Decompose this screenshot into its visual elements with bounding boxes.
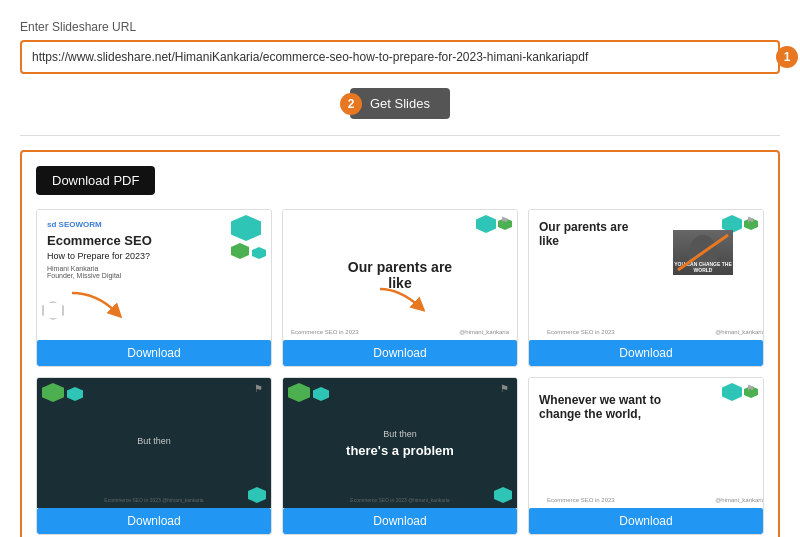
- hex-bottom-left: [42, 301, 64, 320]
- slide-card-3: Our parents arelike ⚑ YOU CAN CHA: [528, 209, 764, 367]
- flag-icon-4: ⚑: [254, 383, 263, 394]
- slide-6-footer-right: @himani_kankaria: [715, 497, 763, 503]
- slide-4-hex-br: [248, 487, 266, 503]
- slide-3-footer-left: Ecommerce SEO in 2023: [547, 329, 615, 335]
- arrow-1: [67, 288, 127, 318]
- slide-thumbnail-3: Our parents arelike ⚑ YOU CAN CHA: [529, 210, 763, 340]
- slide-4-text-group: But then: [137, 436, 171, 450]
- slide-2-footer-right: @himani_kankaria: [459, 329, 509, 335]
- slide-2-footer: Ecommerce SEO in 2023 @himani_kankaria: [283, 329, 517, 335]
- slide-thumbnail-2: Our parents arelike ⚑ Ecommerce SEO in 2…: [283, 210, 517, 340]
- slide-2-footer-left: Ecommerce SEO in 2023: [291, 329, 359, 335]
- download-button-1[interactable]: Download: [37, 340, 271, 366]
- url-section: Enter Slideshare URL 1: [20, 20, 780, 74]
- slide-4-content: ⚑ But then Ecommerce SEO in 2023 @himani…: [37, 378, 271, 508]
- url-input-wrapper: [20, 40, 780, 74]
- slides-section: Download PDF sd SEOWORM Ecommerce SEO Ho…: [20, 150, 780, 537]
- download-button-2[interactable]: Download: [283, 340, 517, 366]
- slide-5-big-text: there's a problem: [346, 443, 454, 458]
- slide-2-content: Our parents arelike ⚑ Ecommerce SEO in 2…: [283, 210, 517, 340]
- url-input[interactable]: [20, 40, 780, 74]
- pencil-icon: [673, 230, 733, 275]
- badge-1: 1: [776, 46, 798, 68]
- slide-5-footer: Ecommerce SEO in 2023 @himani_kankaria: [288, 497, 512, 503]
- divider: [20, 135, 780, 136]
- hex-large-1: [231, 215, 261, 241]
- url-label: Enter Slideshare URL: [20, 20, 780, 34]
- slide-5-content: ⚑ But then there's a problem Ecommerce S…: [283, 378, 517, 508]
- slide-3-footer-right: @himani_kankaria: [715, 329, 763, 335]
- slide-4-small-text: But then: [137, 436, 171, 446]
- hex-group-1: [231, 215, 266, 259]
- slide-1-logo: sd SEOWORM: [47, 220, 261, 229]
- page-wrapper: Enter Slideshare URL 1 2 Get Slides Down…: [0, 0, 800, 537]
- download-button-6[interactable]: Download: [529, 508, 763, 534]
- flag-icon-3: ⚑: [746, 215, 755, 226]
- slide-5-hex-tl: [288, 383, 329, 402]
- download-button-4[interactable]: Download: [37, 508, 271, 534]
- slide-4-footer: Ecommerce SEO in 2023 @himani_kankaria: [42, 497, 266, 503]
- slide-card-2: Our parents arelike ⚑ Ecommerce SEO in 2…: [282, 209, 518, 367]
- slide-1-content: sd SEOWORM Ecommerce SEO How to Prepare …: [37, 210, 271, 340]
- get-slides-wrapper: 2 Get Slides: [20, 88, 780, 119]
- slide-thumbnail-5: ⚑ But then there's a problem Ecommerce S…: [283, 378, 517, 508]
- flag-icon-2: ⚑: [500, 215, 509, 226]
- slide-1-subtitle: How to Prepare for 2023?: [47, 251, 261, 261]
- slides-grid: sd SEOWORM Ecommerce SEO How to Prepare …: [36, 209, 764, 535]
- slide-card-1: sd SEOWORM Ecommerce SEO How to Prepare …: [36, 209, 272, 367]
- slide-1-title: Ecommerce SEO: [47, 233, 261, 249]
- slide-thumbnail-1: sd SEOWORM Ecommerce SEO How to Prepare …: [37, 210, 271, 340]
- slide-4-hex-tl: [42, 383, 83, 402]
- slide-3-footer: Ecommerce SEO in 2023 @himani_kankaria: [539, 329, 763, 335]
- svg-line-0: [678, 235, 728, 270]
- flag-icon-6: ⚑: [746, 383, 755, 394]
- slide-card-6: ⚑ Whenever we want tochange the world, E…: [528, 377, 764, 535]
- url-row: 1: [20, 40, 780, 74]
- slide-card-4: ⚑ But then Ecommerce SEO in 2023 @himani…: [36, 377, 272, 535]
- arrow-2: [375, 284, 425, 312]
- download-button-3[interactable]: Download: [529, 340, 763, 366]
- download-pdf-button[interactable]: Download PDF: [36, 166, 155, 195]
- slide-6-title: Whenever we want tochange the world,: [539, 393, 753, 421]
- badge-2: 2: [340, 93, 362, 115]
- slide-3-image: YOU CAN CHANGE THEWORLD: [673, 230, 733, 275]
- slide-6-footer-left: Ecommerce SEO in 2023: [547, 497, 615, 503]
- slide-thumbnail-6: ⚑ Whenever we want tochange the world, E…: [529, 378, 763, 508]
- hex-small-1: [231, 243, 249, 259]
- slide-card-5: ⚑ But then there's a problem Ecommerce S…: [282, 377, 518, 535]
- slide-6-content: ⚑ Whenever we want tochange the world, E…: [529, 378, 763, 508]
- slide-thumbnail-4: ⚑ But then Ecommerce SEO in 2023 @himani…: [37, 378, 271, 508]
- slide-3-content: Our parents arelike ⚑ YOU CAN CHA: [529, 210, 763, 340]
- get-slides-button[interactable]: Get Slides: [350, 88, 450, 119]
- slide-5-text-group: But then there's a problem: [346, 429, 454, 458]
- slide-6-footer: Ecommerce SEO in 2023 @himani_kankaria: [539, 497, 763, 503]
- slide-1-author: Himani KankariaFounder, Missive Digital: [47, 265, 261, 279]
- slide-5-small-text: But then: [346, 429, 454, 439]
- download-button-5[interactable]: Download: [283, 508, 517, 534]
- obama-image: YOU CAN CHANGE THEWORLD: [673, 230, 733, 275]
- flag-icon-5: ⚑: [500, 383, 509, 394]
- slide-5-hex-br: [494, 487, 512, 503]
- hex-small-2: [252, 247, 266, 259]
